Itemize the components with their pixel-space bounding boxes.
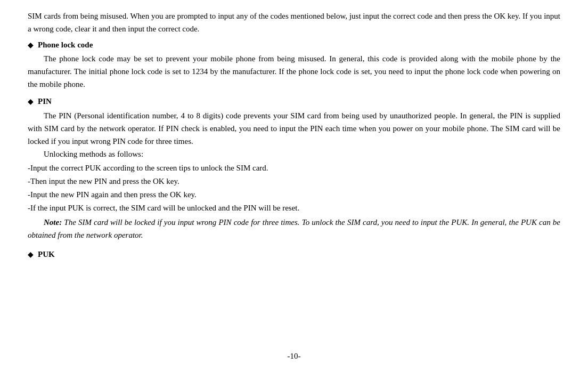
pin-title: PIN [38, 95, 52, 108]
phone-lock-code-section: ◆ Phone lock code The phone lock code ma… [28, 38, 560, 91]
note-block: Note: The SIM card will be locked if you… [28, 216, 560, 241]
puk-title: PUK [38, 248, 55, 261]
unlocking-step-1: -Input the correct PUK according to the … [28, 161, 560, 174]
page-number: -10- [28, 345, 560, 362]
unlocking-step-3: -Input the new PIN again and then press … [28, 188, 560, 201]
phone-lock-code-body: The phone lock code may be set to preven… [28, 52, 560, 91]
phone-lock-code-header: ◆ Phone lock code [28, 38, 560, 51]
puk-header: ◆ PUK [28, 248, 560, 261]
pin-body: The PIN (Personal identification number,… [28, 109, 560, 148]
page-container: SIM cards from being misused. When you a… [0, 0, 588, 372]
unlocking-methods-intro: Unlocking methods as follows: [28, 148, 560, 160]
unlocking-step-2: -Then input the new PIN and press the OK… [28, 175, 560, 188]
pin-header: ◆ PIN [28, 95, 560, 108]
intro-text: SIM cards from being misused. When you a… [28, 10, 560, 35]
phone-lock-code-title: Phone lock code [38, 38, 93, 51]
pin-section: ◆ PIN The PIN (Personal identification n… [28, 93, 560, 243]
diamond-icon-3: ◆ [28, 249, 34, 261]
diamond-icon-1: ◆ [28, 39, 34, 51]
note-body: The SIM card will be locked if you input… [28, 218, 560, 239]
diamond-icon-2: ◆ [28, 96, 34, 108]
unlocking-step-4: -If the input PUK is correct, the SIM ca… [28, 201, 560, 214]
note-label: Note: [44, 218, 62, 227]
